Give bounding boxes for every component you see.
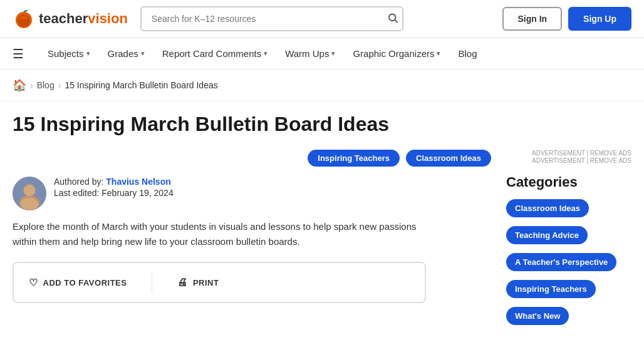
main-content: Inspiring Teachers Classroom Ideas xyxy=(0,150,644,331)
report-card-dropdown-icon: ▾ xyxy=(264,49,267,58)
print-icon: 🖨 xyxy=(177,277,188,288)
grades-dropdown-icon: ▾ xyxy=(141,49,145,58)
categories-section: Categories Classroom Ideas Teaching Advi… xyxy=(506,174,631,331)
logo-apple-icon xyxy=(13,8,35,30)
article-area: Inspiring Teachers Classroom Ideas xyxy=(13,150,491,331)
breadcrumb-sep-1: › xyxy=(30,80,33,90)
category-tag-teaching-advice[interactable]: Teaching Advice xyxy=(506,226,588,244)
svg-point-9 xyxy=(21,198,38,210)
search-bar xyxy=(140,6,403,31)
hamburger-menu-button[interactable]: ☰ xyxy=(13,39,33,69)
action-bar: ♡ ADD TO FAVORITES 🖨 Print xyxy=(13,262,426,303)
search-icon xyxy=(387,13,398,24)
nav-item-graphic-organizers[interactable]: Graphic Organizers ▾ xyxy=(344,38,449,69)
avatar-image xyxy=(13,177,46,210)
author-name-link[interactable]: Thavius Nelson xyxy=(106,177,170,187)
page-title-section: 15 Inspiring March Bulletin Board Ideas xyxy=(0,101,644,150)
svg-point-8 xyxy=(24,185,35,196)
category-tag-inspiring-teachers[interactable]: Inspiring Teachers xyxy=(506,280,596,298)
nav-item-warm-ups[interactable]: Warm Ups ▾ xyxy=(276,38,344,69)
nav-item-blog[interactable]: Blog xyxy=(449,38,486,69)
breadcrumb-sep-2: › xyxy=(58,80,61,90)
main-nav: ☰ Subjects ▾ Grades ▾ Report Card Commen… xyxy=(0,38,644,70)
edited-line: Last edited: February 19, 2024 xyxy=(54,188,174,198)
breadcrumb-blog-link[interactable]: Blog xyxy=(37,80,55,90)
ad-text-1: ADVERTISEMENT | REMOVE ADS xyxy=(506,150,631,157)
article-description: Explore the month of March with your stu… xyxy=(13,219,439,249)
nav-item-grades[interactable]: Grades ▾ xyxy=(99,38,153,69)
warm-ups-dropdown-icon: ▾ xyxy=(331,49,335,58)
sidebar: ADVERTISEMENT | REMOVE ADS ADVERTISEMENT… xyxy=(506,150,631,331)
subjects-dropdown-icon: ▾ xyxy=(86,49,90,58)
add-to-favorites-button[interactable]: ♡ ADD TO FAVORITES xyxy=(29,277,127,289)
logo[interactable]: teachervision xyxy=(13,8,128,30)
print-button[interactable]: 🖨 Print xyxy=(177,277,219,288)
page-title: 15 Inspiring March Bulletin Board Ideas xyxy=(13,113,631,136)
header: teachervision Sign In Sign Up xyxy=(0,0,644,38)
search-button[interactable] xyxy=(387,13,398,26)
category-tag-classroom-ideas[interactable]: Classroom Ideas xyxy=(506,199,589,217)
category-tags-list: Classroom Ideas Teaching Advice A Teache… xyxy=(506,199,631,331)
nav-item-subjects[interactable]: Subjects ▾ xyxy=(39,38,99,69)
nav-item-report-card-comments[interactable]: Report Card Comments ▾ xyxy=(153,38,276,69)
author-section: Authored by: Thavius Nelson Last edited:… xyxy=(13,177,491,210)
author-prefix: Authored by: Thavius Nelson xyxy=(54,177,174,187)
signup-button[interactable]: Sign Up xyxy=(568,7,631,31)
author-info: Authored by: Thavius Nelson Last edited:… xyxy=(54,177,174,198)
header-actions: Sign In Sign Up xyxy=(502,7,631,31)
avatar xyxy=(13,177,46,210)
signin-button[interactable]: Sign In xyxy=(502,7,562,31)
heart-icon: ♡ xyxy=(29,277,38,289)
tag-classroom-ideas[interactable]: Classroom Ideas xyxy=(406,150,491,167)
breadcrumb-current: 15 Inspiring March Bulletin Board Ideas xyxy=(65,80,217,90)
breadcrumb: 🏠 › Blog › 15 Inspiring March Bulletin B… xyxy=(0,70,644,101)
category-tag-whats-new[interactable]: What's New xyxy=(506,307,569,325)
tag-inspiring-teachers[interactable]: Inspiring Teachers xyxy=(308,150,400,167)
search-input[interactable] xyxy=(140,6,403,31)
svg-line-4 xyxy=(395,20,397,23)
ad-text-2: ADVERTISEMENT | REMOVE ADS xyxy=(506,157,631,164)
categories-title: Categories xyxy=(506,174,631,190)
article-tags: Inspiring Teachers Classroom Ideas xyxy=(13,150,491,167)
svg-point-3 xyxy=(389,14,396,21)
breadcrumb-home-icon[interactable]: 🏠 xyxy=(13,78,26,92)
graphic-organizers-dropdown-icon: ▾ xyxy=(437,49,440,58)
category-tag-teacher-perspective[interactable]: A Teacher's Perspective xyxy=(506,253,616,271)
logo-text: teachervision xyxy=(39,11,128,27)
avatar-svg xyxy=(13,177,46,210)
action-bar-divider xyxy=(152,273,152,292)
